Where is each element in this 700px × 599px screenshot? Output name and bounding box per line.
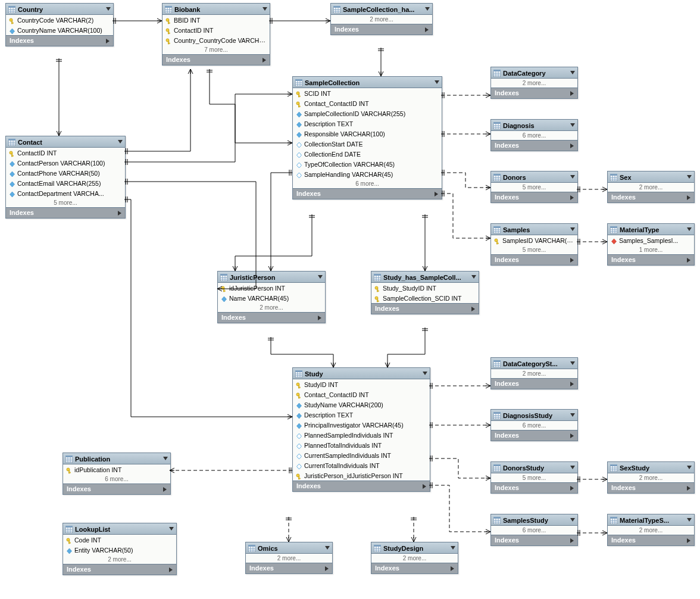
entity-biobank[interactable]: BiobankBBID INTContactID INTCountry_Coun… [162,3,270,65]
chevron-down-icon[interactable] [318,275,323,279]
indexes-section[interactable]: Indexes [608,482,694,493]
chevron-right-icon[interactable] [423,484,426,489]
more-columns-link[interactable]: 6 more... [293,179,442,188]
indexes-section[interactable]: Indexes [608,535,694,545]
entity-datacategoryst[interactable]: DataCategorySt...2 more...Indexes [490,357,578,389]
chevron-right-icon[interactable] [118,211,121,216]
chevron-right-icon[interactable] [318,316,321,320]
entity-country[interactable]: CountryCountryCode VARCHAR(2)CountryName… [5,3,114,46]
column-row[interactable]: CountryCode VARCHAR(2) [6,15,113,25]
indexes-section[interactable]: Indexes [371,303,479,314]
chevron-down-icon[interactable] [423,372,427,375]
entity-header[interactable]: Samples [491,224,577,235]
column-row[interactable]: BBID INT [162,15,270,25]
indexes-section[interactable]: Indexes [331,24,432,35]
column-row[interactable]: idPublication INT [63,464,170,475]
more-columns-link[interactable]: 2 more... [63,555,176,564]
column-row[interactable]: Country_CountryCode VARCHA... [162,35,270,45]
entity-samplesstudy[interactable]: SamplesStudy6 more...Indexes [490,514,578,546]
column-row[interactable]: CountryName VARCHAR(100) [6,25,113,35]
entity-studydesign[interactable]: StudyDesign2 more...Indexes [371,542,458,574]
entity-datacategory[interactable]: DataCategory2 more...Indexes [490,67,578,99]
more-columns-link[interactable]: 2 more... [491,79,577,88]
entity-header[interactable]: DonorsStudy [491,462,577,473]
more-columns-link[interactable]: 5 more... [6,198,125,207]
entity-study[interactable]: StudyStudyID INTContact_ContactID INTStu… [292,367,430,492]
chevron-down-icon[interactable] [570,123,575,127]
column-row[interactable]: TypeOfCollection VARCHAR(45) [293,159,442,169]
indexes-section[interactable]: Indexes [491,535,577,545]
chevron-right-icon[interactable] [570,195,574,200]
chevron-right-icon[interactable] [570,143,574,148]
chevron-right-icon[interactable] [570,433,574,438]
column-row[interactable]: ContactDepartment VARCHA... [6,188,125,198]
column-row[interactable]: Study_StudyID INT [371,283,479,293]
chevron-down-icon[interactable] [687,518,692,522]
chevron-right-icon[interactable] [169,567,173,572]
entity-header[interactable]: MaterialTypeS... [608,514,694,526]
column-row[interactable]: Contact_ContactID INT [293,98,442,108]
indexes-section[interactable]: Indexes [491,430,577,441]
entity-donors[interactable]: Donors5 more...Indexes [490,171,578,203]
entity-diagnosis[interactable]: Diagnosis6 more...Indexes [490,119,578,151]
chevron-right-icon[interactable] [435,192,438,196]
entity-header[interactable]: Diagnosis [491,120,577,131]
chevron-right-icon[interactable] [325,566,329,571]
entity-header[interactable]: SexStudy [608,462,694,473]
more-columns-link[interactable]: 2 more... [608,526,694,535]
chevron-down-icon[interactable] [471,275,476,279]
entity-header[interactable]: Study [293,368,430,379]
chevron-right-icon[interactable] [471,307,475,311]
more-columns-link[interactable]: 1 more... [608,245,694,254]
indexes-section[interactable]: Indexes [371,563,458,573]
chevron-right-icon[interactable] [687,486,690,491]
column-row[interactable]: SCID INT [293,88,442,98]
indexes-section[interactable]: Indexes [491,140,577,151]
entity-samplecollectionha[interactable]: SampleCollection_ha...2 more...Indexes [330,3,433,35]
column-row[interactable]: SampleCollectionID VARCHAR(255) [293,108,442,118]
more-columns-link[interactable]: 5 more... [491,183,577,192]
indexes-section[interactable]: Indexes [491,254,577,265]
more-columns-link[interactable]: 2 more... [608,183,694,192]
indexes-section[interactable]: Indexes [63,483,170,494]
entity-header[interactable]: StudyDesign [371,542,458,554]
entity-sexstudy[interactable]: SexStudy2 more...Indexes [607,461,695,494]
column-row[interactable]: Code INT [63,535,176,545]
indexes-section[interactable]: Indexes [608,192,694,202]
column-row[interactable]: StudyID INT [293,379,430,389]
chevron-down-icon[interactable] [570,413,575,417]
entity-header[interactable]: Omics [246,542,332,554]
more-columns-link[interactable]: 6 more... [491,526,577,535]
entity-header[interactable]: DataCategory [491,67,577,79]
entity-header[interactable]: Contact [6,136,125,148]
chevron-down-icon[interactable] [570,466,575,469]
indexes-section[interactable]: Indexes [6,207,125,218]
entity-studyhassamplecoll[interactable]: Study_has_SampleColl...Study_StudyID INT… [371,271,479,314]
indexes-section[interactable]: Indexes [162,54,270,65]
chevron-right-icon[interactable] [570,91,574,96]
indexes-section[interactable]: Indexes [6,35,113,46]
entity-lookuplist[interactable]: LookupListCode INTEntity VARCHAR(50)2 mo… [62,523,177,575]
more-columns-link[interactable]: 6 more... [63,475,170,483]
chevron-down-icon[interactable] [570,71,575,74]
indexes-section[interactable]: Indexes [491,88,577,98]
column-row[interactable]: JuristicPerson_idJuristicPerson INT [293,470,430,481]
chevron-down-icon[interactable] [163,457,168,460]
more-columns-link[interactable]: 2 more... [371,554,458,563]
chevron-right-icon[interactable] [262,58,266,63]
entity-publication[interactable]: PublicationidPublication INT6 more...Ind… [62,453,171,495]
chevron-right-icon[interactable] [570,258,574,263]
column-row[interactable]: SampleCollection_SCID INT [371,293,479,303]
column-row[interactable]: SampleHandling VARCHAR(45) [293,169,442,179]
column-row[interactable]: ContactPhone VARCHAR(50) [6,168,125,178]
column-row[interactable]: Description TEXT [293,410,430,420]
chevron-right-icon[interactable] [570,538,574,543]
entity-header[interactable]: Publication [63,453,170,464]
entity-header[interactable]: DataCategorySt... [491,358,577,369]
indexes-section[interactable]: Indexes [608,254,694,265]
more-columns-link[interactable]: 2 more... [246,554,332,563]
entity-header[interactable]: Study_has_SampleColl... [371,272,479,283]
column-row[interactable]: Description TEXT [293,118,442,129]
entity-donorsstudy[interactable]: DonorsStudy5 more...Indexes [490,461,578,494]
chevron-down-icon[interactable] [169,527,174,531]
